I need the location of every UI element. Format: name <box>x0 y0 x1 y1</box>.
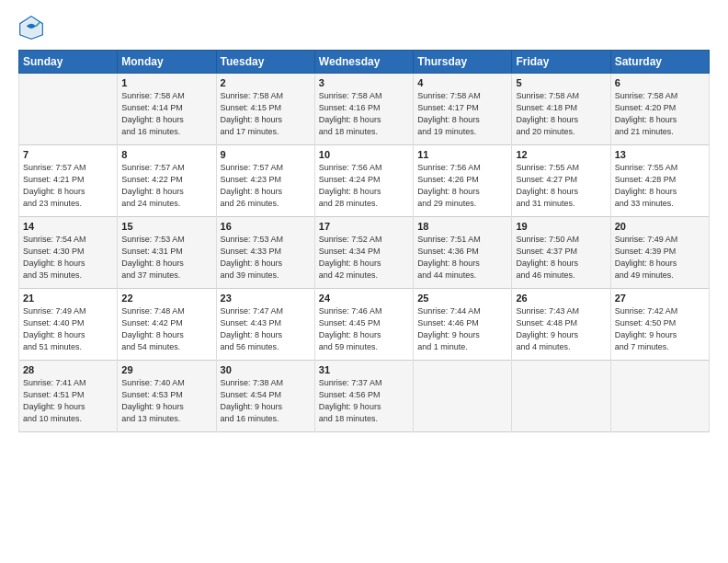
cell-content: Sunrise: 7:56 AMSunset: 4:26 PMDaylight:… <box>417 162 507 210</box>
cell-content: Sunrise: 7:49 AMSunset: 4:39 PMDaylight:… <box>615 234 705 282</box>
day-number: 7 <box>23 149 113 160</box>
calendar-cell: 24Sunrise: 7:46 AMSunset: 4:45 PMDayligh… <box>314 289 413 361</box>
cell-content: Sunrise: 7:50 AMSunset: 4:37 PMDaylight:… <box>516 234 606 282</box>
day-number: 10 <box>319 149 409 160</box>
cell-content: Sunrise: 7:58 AMSunset: 4:20 PMDaylight:… <box>615 90 705 138</box>
calendar-cell: 14Sunrise: 7:54 AMSunset: 4:30 PMDayligh… <box>19 217 118 289</box>
cell-content: Sunrise: 7:53 AMSunset: 4:31 PMDaylight:… <box>121 234 211 282</box>
day-number: 11 <box>417 149 507 160</box>
calendar-cell: 21Sunrise: 7:49 AMSunset: 4:40 PMDayligh… <box>19 289 118 361</box>
day-number: 17 <box>319 221 409 232</box>
week-row-2: 14Sunrise: 7:54 AMSunset: 4:30 PMDayligh… <box>19 217 710 289</box>
cell-content: Sunrise: 7:56 AMSunset: 4:24 PMDaylight:… <box>319 162 409 210</box>
calendar-cell: 26Sunrise: 7:43 AMSunset: 4:48 PMDayligh… <box>512 289 610 361</box>
day-number: 14 <box>23 221 113 232</box>
day-number: 12 <box>516 149 606 160</box>
logo <box>18 15 48 40</box>
day-number: 15 <box>121 221 211 232</box>
calendar-cell: 6Sunrise: 7:58 AMSunset: 4:20 PMDaylight… <box>610 74 709 145</box>
calendar-cell: 9Sunrise: 7:57 AMSunset: 4:23 PMDaylight… <box>216 145 314 217</box>
calendar-cell <box>512 361 610 432</box>
cell-content: Sunrise: 7:41 AMSunset: 4:51 PMDaylight:… <box>23 377 113 425</box>
day-number: 6 <box>615 77 705 88</box>
day-number: 9 <box>221 149 311 160</box>
day-number: 27 <box>615 293 705 304</box>
day-number: 31 <box>319 364 409 375</box>
calendar-cell: 10Sunrise: 7:56 AMSunset: 4:24 PMDayligh… <box>314 145 413 217</box>
cell-content: Sunrise: 7:55 AMSunset: 4:28 PMDaylight:… <box>615 162 705 210</box>
cell-content: Sunrise: 7:44 AMSunset: 4:46 PMDaylight:… <box>417 305 507 353</box>
calendar-cell: 18Sunrise: 7:51 AMSunset: 4:36 PMDayligh… <box>414 217 512 289</box>
calendar-cell: 20Sunrise: 7:49 AMSunset: 4:39 PMDayligh… <box>610 217 709 289</box>
column-header-wednesday: Wednesday <box>314 51 413 74</box>
cell-content: Sunrise: 7:47 AMSunset: 4:43 PMDaylight:… <box>221 305 311 353</box>
calendar-cell: 27Sunrise: 7:42 AMSunset: 4:50 PMDayligh… <box>610 289 709 361</box>
day-number: 16 <box>221 221 311 232</box>
cell-content: Sunrise: 7:38 AMSunset: 4:54 PMDaylight:… <box>221 377 311 425</box>
week-row-3: 21Sunrise: 7:49 AMSunset: 4:40 PMDayligh… <box>19 289 710 361</box>
week-row-0: 1Sunrise: 7:58 AMSunset: 4:14 PMDaylight… <box>19 74 710 145</box>
day-number: 5 <box>516 77 606 88</box>
calendar-cell: 1Sunrise: 7:58 AMSunset: 4:14 PMDaylight… <box>118 74 216 145</box>
calendar-cell: 15Sunrise: 7:53 AMSunset: 4:31 PMDayligh… <box>118 217 216 289</box>
cell-content: Sunrise: 7:40 AMSunset: 4:53 PMDaylight:… <box>121 377 211 425</box>
calendar-cell: 5Sunrise: 7:58 AMSunset: 4:18 PMDaylight… <box>512 74 610 145</box>
calendar-cell: 7Sunrise: 7:57 AMSunset: 4:21 PMDaylight… <box>19 145 118 217</box>
cell-content: Sunrise: 7:58 AMSunset: 4:18 PMDaylight:… <box>516 90 606 138</box>
day-number: 20 <box>615 221 705 232</box>
calendar-cell: 8Sunrise: 7:57 AMSunset: 4:22 PMDaylight… <box>118 145 216 217</box>
calendar-cell: 29Sunrise: 7:40 AMSunset: 4:53 PMDayligh… <box>118 361 216 432</box>
day-number: 1 <box>121 77 211 88</box>
cell-content: Sunrise: 7:42 AMSunset: 4:50 PMDaylight:… <box>615 305 705 353</box>
page: SundayMondayTuesdayWednesdayThursdayFrid… <box>0 0 728 563</box>
cell-content: Sunrise: 7:52 AMSunset: 4:34 PMDaylight:… <box>319 234 409 282</box>
calendar-cell: 30Sunrise: 7:38 AMSunset: 4:54 PMDayligh… <box>216 361 314 432</box>
column-header-sunday: Sunday <box>19 51 118 74</box>
header <box>18 15 710 40</box>
column-header-friday: Friday <box>512 51 610 74</box>
cell-content: Sunrise: 7:57 AMSunset: 4:22 PMDaylight:… <box>121 162 211 210</box>
day-number: 28 <box>23 364 113 375</box>
calendar-table: SundayMondayTuesdayWednesdayThursdayFrid… <box>18 50 710 432</box>
day-number: 25 <box>417 293 507 304</box>
cell-content: Sunrise: 7:54 AMSunset: 4:30 PMDaylight:… <box>23 234 113 282</box>
calendar-cell: 12Sunrise: 7:55 AMSunset: 4:27 PMDayligh… <box>512 145 610 217</box>
cell-content: Sunrise: 7:37 AMSunset: 4:56 PMDaylight:… <box>319 377 409 425</box>
calendar-cell: 13Sunrise: 7:55 AMSunset: 4:28 PMDayligh… <box>610 145 709 217</box>
cell-content: Sunrise: 7:49 AMSunset: 4:40 PMDaylight:… <box>23 305 113 353</box>
calendar-cell: 31Sunrise: 7:37 AMSunset: 4:56 PMDayligh… <box>314 361 413 432</box>
day-number: 4 <box>417 77 507 88</box>
calendar-cell: 19Sunrise: 7:50 AMSunset: 4:37 PMDayligh… <box>512 217 610 289</box>
calendar-cell <box>414 361 512 432</box>
day-number: 19 <box>516 221 606 232</box>
day-number: 3 <box>319 77 409 88</box>
week-row-4: 28Sunrise: 7:41 AMSunset: 4:51 PMDayligh… <box>19 361 710 432</box>
cell-content: Sunrise: 7:43 AMSunset: 4:48 PMDaylight:… <box>516 305 606 353</box>
day-number: 21 <box>23 293 113 304</box>
column-header-monday: Monday <box>118 51 216 74</box>
calendar-cell: 11Sunrise: 7:56 AMSunset: 4:26 PMDayligh… <box>414 145 512 217</box>
day-number: 24 <box>319 293 409 304</box>
day-number: 13 <box>615 149 705 160</box>
calendar-cell <box>610 361 709 432</box>
day-number: 29 <box>121 364 211 375</box>
cell-content: Sunrise: 7:58 AMSunset: 4:17 PMDaylight:… <box>417 90 507 138</box>
calendar-cell: 3Sunrise: 7:58 AMSunset: 4:16 PMDaylight… <box>314 74 413 145</box>
day-number: 8 <box>121 149 211 160</box>
column-header-thursday: Thursday <box>414 51 512 74</box>
cell-content: Sunrise: 7:58 AMSunset: 4:15 PMDaylight:… <box>221 90 311 138</box>
calendar-cell: 25Sunrise: 7:44 AMSunset: 4:46 PMDayligh… <box>414 289 512 361</box>
cell-content: Sunrise: 7:48 AMSunset: 4:42 PMDaylight:… <box>121 305 211 353</box>
calendar-cell: 4Sunrise: 7:58 AMSunset: 4:17 PMDaylight… <box>414 74 512 145</box>
day-number: 23 <box>221 293 311 304</box>
calendar-cell <box>19 74 118 145</box>
day-number: 2 <box>221 77 311 88</box>
header-row: SundayMondayTuesdayWednesdayThursdayFrid… <box>19 51 710 74</box>
calendar-cell: 23Sunrise: 7:47 AMSunset: 4:43 PMDayligh… <box>216 289 314 361</box>
calendar-cell: 17Sunrise: 7:52 AMSunset: 4:34 PMDayligh… <box>314 217 413 289</box>
cell-content: Sunrise: 7:55 AMSunset: 4:27 PMDaylight:… <box>516 162 606 210</box>
calendar-cell: 16Sunrise: 7:53 AMSunset: 4:33 PMDayligh… <box>216 217 314 289</box>
cell-content: Sunrise: 7:58 AMSunset: 4:16 PMDaylight:… <box>319 90 409 138</box>
column-header-saturday: Saturday <box>610 51 709 74</box>
cell-content: Sunrise: 7:53 AMSunset: 4:33 PMDaylight:… <box>221 234 311 282</box>
